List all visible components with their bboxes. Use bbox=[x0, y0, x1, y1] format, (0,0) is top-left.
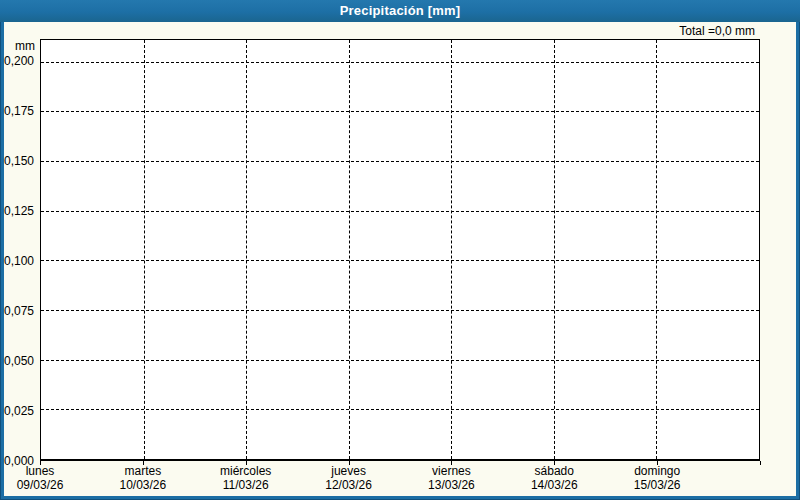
y-tick-label: 0,025 bbox=[4, 404, 34, 418]
day-name-label: lunes bbox=[17, 464, 64, 478]
horizontal-gridline bbox=[41, 111, 759, 112]
day-name-label: miércoles bbox=[220, 464, 271, 478]
y-tick-label: 0,200 bbox=[4, 54, 34, 68]
day-name-label: sábado bbox=[531, 464, 578, 478]
horizontal-gridline bbox=[41, 211, 759, 212]
day-date-label: 11/03/26 bbox=[220, 478, 271, 492]
plot-area[interactable] bbox=[40, 39, 760, 461]
x-day-label: jueves12/03/26 bbox=[325, 464, 372, 492]
y-tick-label: 0,100 bbox=[4, 254, 34, 268]
x-day-label: lunes09/03/26 bbox=[17, 464, 64, 492]
vertical-gridline bbox=[656, 40, 657, 459]
vertical-gridline bbox=[554, 40, 555, 459]
day-date-label: 09/03/26 bbox=[17, 478, 64, 492]
day-name-label: domingo bbox=[634, 464, 681, 478]
vertical-gridline bbox=[144, 40, 145, 459]
day-name-label: viernes bbox=[428, 464, 475, 478]
day-date-label: 13/03/26 bbox=[428, 478, 475, 492]
x-axis-labels: lunes09/03/26martes10/03/26miércoles11/0… bbox=[40, 464, 760, 494]
horizontal-gridline bbox=[41, 360, 759, 361]
y-tick-label: 0,150 bbox=[4, 154, 34, 168]
day-date-label: 10/03/26 bbox=[119, 478, 166, 492]
chart-title: Precipitación [mm] bbox=[340, 3, 461, 18]
y-tick-label: 0,175 bbox=[4, 104, 34, 118]
day-date-label: 14/03/26 bbox=[531, 478, 578, 492]
y-tick-label: 0,050 bbox=[4, 354, 34, 368]
horizontal-gridline bbox=[41, 310, 759, 311]
vertical-gridline bbox=[451, 40, 452, 459]
horizontal-gridline bbox=[41, 161, 759, 162]
total-label: Total =0,0 mm bbox=[679, 24, 755, 38]
x-axis-tick bbox=[760, 461, 761, 465]
chart-titlebar: Precipitación [mm] bbox=[0, 0, 800, 22]
y-tick-label: 0,125 bbox=[4, 204, 34, 218]
horizontal-gridline bbox=[41, 260, 759, 261]
x-day-label: miércoles11/03/26 bbox=[220, 464, 271, 492]
horizontal-gridline bbox=[41, 409, 759, 410]
x-day-label: viernes13/03/26 bbox=[428, 464, 475, 492]
day-name-label: martes bbox=[119, 464, 166, 478]
horizontal-gridline bbox=[41, 62, 759, 63]
chart-window: Precipitación [mm] Total =0,0 mm mm 0,00… bbox=[0, 0, 800, 500]
x-day-label: domingo15/03/26 bbox=[634, 464, 681, 492]
x-day-label: martes10/03/26 bbox=[119, 464, 166, 492]
day-date-label: 15/03/26 bbox=[634, 478, 681, 492]
day-name-label: jueves bbox=[325, 464, 372, 478]
y-tick-label: 0,075 bbox=[4, 304, 34, 318]
vertical-gridline bbox=[349, 40, 350, 459]
y-axis-labels: 0,0000,0250,0500,0750,1000,1250,1500,175… bbox=[0, 39, 36, 461]
day-date-label: 12/03/26 bbox=[325, 478, 372, 492]
x-day-label: sábado14/03/26 bbox=[531, 464, 578, 492]
vertical-gridline bbox=[246, 40, 247, 459]
